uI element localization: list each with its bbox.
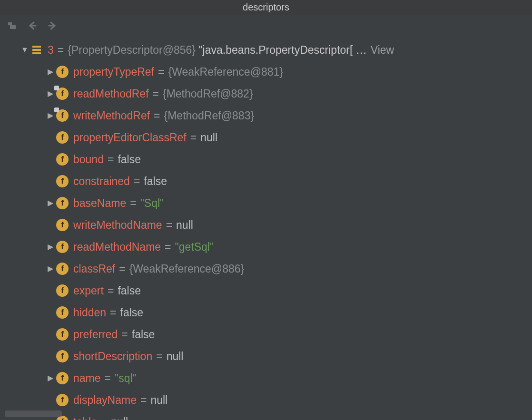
expand-arrow-icon[interactable]: ▶ (45, 261, 56, 276)
expand-arrow-icon[interactable]: ▼ (19, 42, 30, 57)
field-value: "sql" (115, 368, 137, 389)
field-icon: f (56, 66, 69, 78)
field-icon: f (56, 372, 69, 384)
field-value: {WeakReference@886} (129, 258, 245, 280)
tree-node-field[interactable]: ▶fname="sql" (19, 367, 532, 389)
field-name: readMethodRef (73, 83, 149, 105)
array-element-icon (30, 44, 43, 56)
tree-node-field[interactable]: ▶fwriteMethodName=null (19, 214, 532, 236)
equals-sign: = (190, 127, 197, 148)
back-icon[interactable] (27, 20, 38, 31)
field-name: shortDescription (73, 346, 152, 367)
field-name: readMethodName (73, 236, 161, 258)
tree-indent: ▶ (45, 392, 56, 407)
field-name: propertyTypeRef (73, 61, 154, 83)
tree-node-field[interactable]: ▶fdisplayName=null (19, 389, 532, 411)
field-value: false (144, 171, 167, 192)
new-watch-icon[interactable] (7, 20, 18, 31)
field-value: null (167, 346, 184, 367)
field-value: false (132, 324, 155, 345)
field-icon: f (56, 241, 69, 253)
debugger-panel: descriptors ▼ (0, 0, 532, 420)
field-name: propertyEditorClassRef (73, 127, 187, 148)
forward-icon[interactable] (47, 20, 58, 31)
expand-arrow-icon[interactable]: ▶ (45, 195, 56, 210)
view-link[interactable]: View (371, 39, 394, 61)
field-icon: f (56, 131, 69, 144)
tree-node-field[interactable]: ▶ftable=null (19, 411, 532, 420)
tree-node-field[interactable]: ▶freadMethodName="getSql" (19, 236, 532, 258)
tree-indent: ▶ (45, 130, 56, 145)
field-icon: f (56, 88, 69, 100)
node-index: 3 (48, 39, 54, 61)
field-name: displayName (73, 390, 137, 411)
field-icon: f (56, 175, 69, 187)
tree-node-field[interactable]: ▶fhidden=false (19, 302, 532, 323)
field-value: null (176, 215, 193, 236)
tree-node-field[interactable]: ▶fshortDescription=null (19, 345, 532, 367)
field-icon: f (56, 394, 69, 406)
svg-rect-3 (32, 49, 41, 51)
svg-rect-0 (8, 22, 12, 25)
field-name: bound (73, 149, 104, 170)
tree-indent: ▶ (45, 305, 56, 320)
equals-sign: = (108, 149, 114, 170)
tree-node-field[interactable]: ▶fexpert=false (19, 280, 532, 302)
equals-sign: = (108, 280, 114, 302)
field-name: name (73, 368, 101, 389)
field-value: {MethodRef@882} (163, 83, 253, 105)
tree-node-field[interactable]: ▶fpreferred=false (19, 323, 532, 345)
tree-indent: ▶ (45, 152, 56, 166)
equals-sign: = (158, 61, 164, 83)
window-title: descriptors (243, 2, 289, 13)
variables-tree[interactable]: ▼ 3 = {PropertyDescriptor@856} "java.bea… (0, 36, 532, 420)
field-name: writeMethodName (73, 215, 162, 236)
horizontal-scrollbar-thumb[interactable] (5, 410, 62, 417)
equals-sign: = (101, 411, 107, 420)
ellipsis: … (356, 39, 367, 61)
field-value: {MethodRef@883} (164, 105, 255, 127)
equals-sign: = (110, 302, 116, 323)
field-name: table (73, 411, 97, 420)
tree-node-field[interactable]: ▶fbound=false (19, 148, 532, 170)
expand-arrow-icon[interactable]: ▶ (45, 371, 56, 385)
equals-sign: = (121, 324, 128, 345)
svg-rect-4 (32, 52, 41, 54)
field-value: false (118, 149, 141, 170)
node-object-ref: {PropertyDescriptor@856} (68, 39, 196, 61)
field-name: constrained (73, 171, 130, 192)
tree-indent: ▶ (45, 217, 56, 232)
field-value: false (118, 280, 141, 302)
field-icon: f (56, 350, 69, 362)
tree-indent: ▶ (45, 174, 56, 188)
expand-arrow-icon[interactable]: ▶ (45, 64, 56, 79)
equals-sign: = (154, 105, 160, 127)
field-icon: f (56, 328, 69, 341)
field-icon: f (56, 109, 69, 122)
tree-node-field[interactable]: ▶fpropertyTypeRef={WeakReference@881} (19, 61, 532, 83)
node-tostring: "java.beans.PropertyDescriptor[ (198, 39, 353, 61)
toolbar (0, 15, 532, 36)
field-value: false (120, 302, 144, 323)
field-icon: f (56, 284, 69, 297)
tree-indent: ▶ (45, 349, 56, 363)
tree-node-field[interactable]: ▶fpropertyEditorClassRef=null (19, 127, 532, 148)
expand-arrow-icon[interactable]: ▶ (45, 239, 56, 254)
field-value: null (150, 390, 167, 411)
tree-node-field[interactable]: ▶freadMethodRef={MethodRef@882} (19, 83, 532, 105)
svg-rect-2 (32, 46, 41, 48)
tree-node-field[interactable]: ▶fbaseName="Sql" (19, 192, 532, 214)
field-value: null (200, 127, 217, 148)
field-name: expert (73, 280, 104, 302)
tree-node-field[interactable]: ▶fwriteMethodRef={MethodRef@883} (19, 105, 532, 127)
equals-sign: = (134, 171, 140, 192)
field-name: preferred (73, 324, 118, 345)
equals-sign: = (156, 346, 162, 367)
field-name: hidden (73, 302, 106, 323)
equals-sign: = (166, 215, 172, 236)
svg-rect-1 (10, 25, 16, 29)
tree-node-field[interactable]: ▶fclassRef={WeakReference@886} (19, 258, 532, 280)
tree-node-field[interactable]: ▶fconstrained=false (19, 170, 532, 192)
tree-node-root[interactable]: ▼ 3 = {PropertyDescriptor@856} "java.bea… (19, 39, 532, 61)
tree-indent: ▶ (45, 327, 56, 342)
